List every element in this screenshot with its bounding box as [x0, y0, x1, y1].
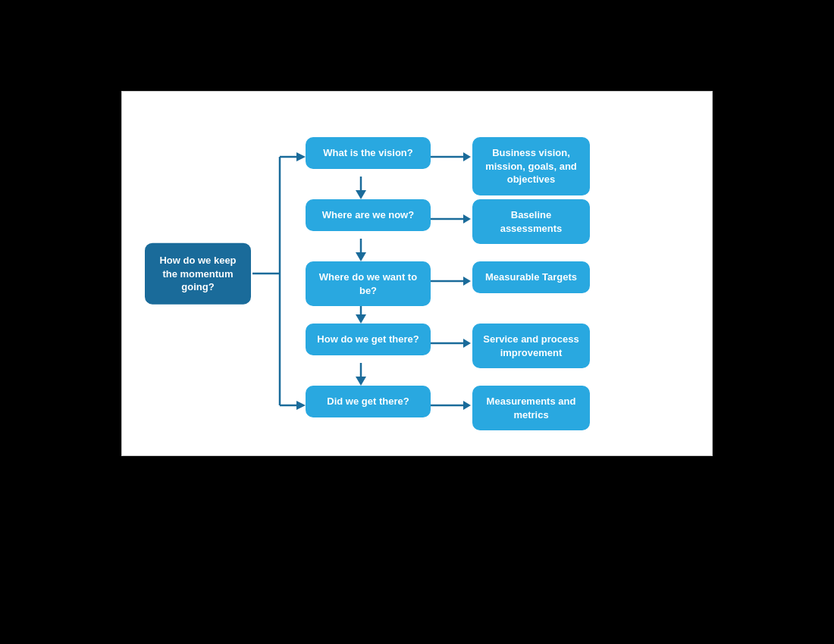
- svg-marker-15: [463, 152, 471, 161]
- svg-marker-27: [463, 401, 471, 410]
- diagram-layout: How do we keep the momentum going? What …: [145, 122, 689, 425]
- svg-marker-7: [356, 190, 366, 199]
- right-box-3: Service and process improvement: [472, 324, 590, 368]
- center-box-4: Did we get there?: [306, 386, 431, 417]
- svg-marker-24: [463, 339, 471, 348]
- center-box-0: What is the vision?: [306, 137, 431, 169]
- svg-marker-5: [296, 401, 306, 410]
- right-box-2: Measurable Targets: [472, 261, 590, 293]
- svg-marker-3: [296, 152, 306, 161]
- center-box-2: Where do we want to be?: [306, 261, 431, 306]
- diagram-container: How do we keep the momentum going? What …: [121, 91, 713, 456]
- left-box-label: How do we keep the momentum going?: [145, 243, 251, 305]
- right-box-1: Baseline assessments: [472, 199, 590, 244]
- right-box-0: Business vision, mission, goals, and obj…: [472, 137, 590, 195]
- svg-marker-21: [463, 277, 471, 286]
- center-box-3: How do we get there?: [306, 324, 431, 355]
- center-box-1: Where are we now?: [306, 199, 431, 231]
- svg-marker-13: [356, 377, 366, 386]
- svg-marker-9: [356, 252, 366, 261]
- svg-marker-18: [463, 214, 471, 224]
- left-box: How do we keep the momentum going?: [145, 243, 251, 305]
- right-box-4: Measurements and metrics: [472, 386, 590, 430]
- svg-marker-11: [356, 314, 366, 324]
